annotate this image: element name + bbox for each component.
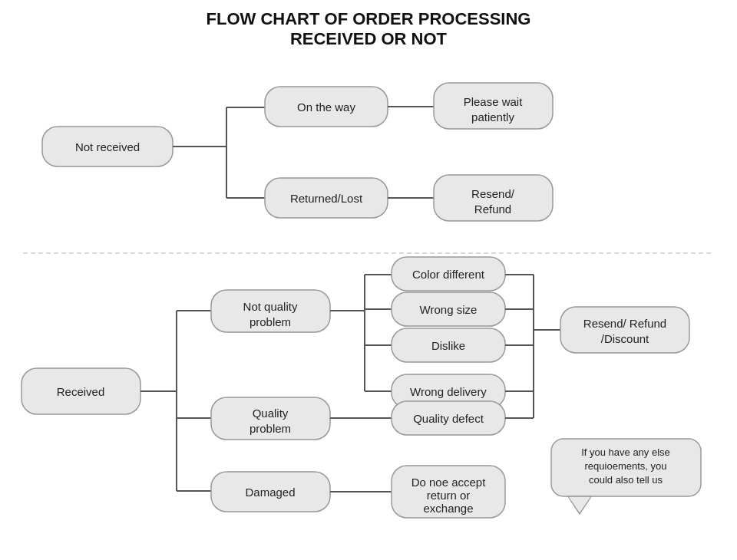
svg-rect-45 [560, 307, 689, 353]
resend-refund-label: Resend/ [471, 187, 515, 200]
not-quality-label: Not quality [243, 300, 298, 313]
quality-problem-label: Quality [253, 407, 289, 420]
quality-defect-label: Quality defect [413, 412, 484, 425]
on-the-way-label: On the way [297, 100, 355, 114]
do-not-accept-label: Do noe accept [411, 476, 487, 489]
not-quality-label2: problem [250, 315, 291, 328]
quality-problem-label2: problem [250, 422, 291, 435]
svg-text:FLOW CHART OF ORDER PROCESSING: FLOW CHART OF ORDER PROCESSING [207, 9, 531, 28]
damaged-label: Damaged [245, 486, 295, 499]
speech-bubble-line1: If you have any else [581, 446, 670, 458]
please-wait-label2: patiently [471, 110, 514, 124]
do-not-accept-label2: return or [427, 489, 471, 502]
speech-bubble-line3: could also tell us [589, 474, 663, 486]
wrong-size-label: Wrong size [420, 303, 478, 316]
resend-refund-label2: Refund [474, 203, 511, 216]
wrong-delivery-label: Wrong delivery [410, 385, 487, 398]
svg-marker-48 [569, 497, 590, 512]
resend-refund-discount-label2: /Discount [601, 332, 649, 345]
svg-text:RECEIVED OR NOT: RECEIVED OR NOT [290, 29, 448, 48]
dislike-label: Dislike [431, 339, 465, 352]
speech-bubble-line2: requioements, you [585, 460, 667, 472]
resend-refund-discount-label: Resend/ Refund [583, 317, 666, 330]
please-wait-label: Please wait [464, 95, 524, 108]
returned-lost-label: Returned/Lost [290, 192, 363, 205]
received-label: Received [57, 385, 105, 398]
not-received-label: Not received [75, 140, 140, 153]
color-diff-label: Color different [412, 268, 485, 281]
do-not-accept-label3: exchange [423, 502, 473, 515]
